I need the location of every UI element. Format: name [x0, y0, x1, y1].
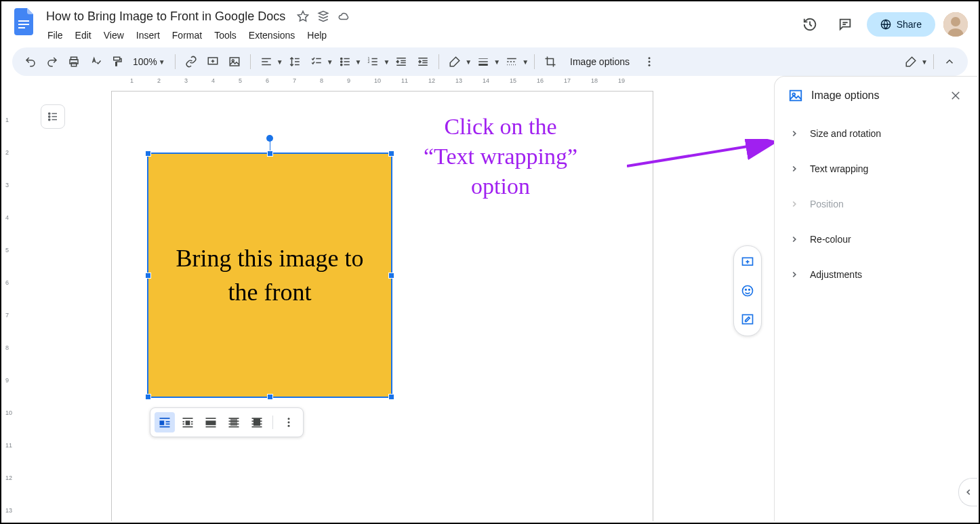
share-button[interactable]: Share — [867, 12, 935, 37]
rotate-handle[interactable] — [266, 135, 273, 142]
decrease-indent-button[interactable] — [391, 52, 411, 72]
resize-handle-br[interactable] — [388, 394, 394, 400]
chevron-down-icon[interactable]: ▼ — [355, 58, 362, 66]
document-canvas[interactable]: 1 2 3 4 5 6 7 8 9 10 11 12 13 14 15 16 1… — [16, 76, 774, 521]
docs-logo-icon[interactable] — [12, 9, 37, 34]
crop-button[interactable] — [540, 52, 560, 72]
wrap-front-button[interactable] — [247, 412, 267, 432]
insert-image-button[interactable] — [224, 52, 245, 72]
chevron-down-icon: ▼ — [159, 58, 165, 66]
wrap-break-button[interactable] — [201, 412, 221, 432]
wrap-inline-button[interactable] — [155, 412, 175, 432]
line-spacing-button[interactable] — [285, 52, 305, 72]
history-icon[interactable] — [796, 11, 823, 38]
resize-handle-mr[interactable] — [388, 273, 394, 279]
menu-file[interactable]: File — [42, 27, 68, 43]
svg-point-23 — [340, 58, 342, 59]
svg-point-87 — [743, 286, 753, 296]
chevron-down-icon[interactable]: ▼ — [277, 58, 283, 66]
menu-help[interactable]: Help — [302, 27, 332, 43]
resize-handle-tm[interactable] — [267, 150, 273, 157]
menu-extensions[interactable]: Extensions — [243, 27, 300, 43]
add-comment-side-button[interactable] — [737, 251, 758, 273]
document-title[interactable]: How to Bring Image to Front in Google Do… — [42, 8, 289, 25]
chevron-right-icon — [790, 199, 799, 209]
checklist-button[interactable] — [306, 52, 327, 72]
more-options-button[interactable] — [639, 52, 659, 72]
svg-rect-72 — [230, 419, 237, 426]
image-icon — [788, 88, 803, 103]
link-button[interactable] — [181, 52, 201, 72]
resize-handle-tl[interactable] — [145, 150, 151, 157]
svg-point-25 — [340, 64, 342, 65]
chevron-down-icon[interactable]: ▼ — [522, 58, 529, 66]
border-weight-button[interactable] — [473, 52, 493, 72]
close-icon[interactable] — [947, 87, 964, 104]
selected-image[interactable]: Bring this image to the front — [147, 153, 392, 398]
resize-handle-tr[interactable] — [388, 150, 394, 157]
add-comment-button[interactable] — [203, 52, 223, 72]
paint-format-button[interactable] — [107, 52, 127, 72]
align-button[interactable] — [256, 52, 277, 72]
menu-insert[interactable]: Insert — [131, 27, 165, 43]
svg-rect-58 — [160, 421, 165, 426]
svg-point-50 — [649, 64, 651, 66]
editing-mode-button[interactable] — [901, 52, 921, 72]
chevron-down-icon[interactable]: ▼ — [383, 58, 390, 66]
chevron-down-icon[interactable]: ▼ — [327, 58, 333, 66]
move-icon[interactable] — [317, 9, 330, 23]
svg-line-85 — [627, 142, 773, 166]
sidebar-item-size-rotation[interactable]: Size and rotation — [780, 116, 972, 151]
sidebar-item-label: Text wrapping — [810, 163, 868, 174]
chevron-down-icon[interactable]: ▼ — [493, 58, 500, 66]
undo-button[interactable] — [20, 52, 41, 72]
chevron-down-icon[interactable]: ▼ — [465, 58, 472, 66]
svg-point-49 — [649, 61, 651, 63]
menu-view[interactable]: View — [98, 27, 129, 43]
svg-rect-90 — [743, 315, 753, 323]
menu-tools[interactable]: Tools — [209, 27, 242, 43]
document-page: Bring this image to the front — [111, 91, 653, 521]
menu-format[interactable]: Format — [167, 27, 207, 43]
resize-handle-bm[interactable] — [267, 394, 273, 400]
sidebar-item-text-wrapping[interactable]: Text wrapping — [780, 151, 972, 186]
svg-rect-81 — [253, 419, 260, 426]
image-options-button[interactable]: Image options — [562, 52, 638, 71]
chevron-right-icon — [790, 235, 799, 244]
sidebar-item-recolour[interactable]: Re-colour — [780, 222, 972, 257]
redo-button[interactable] — [42, 52, 62, 72]
comments-icon[interactable] — [832, 11, 859, 38]
sidebar-item-label: Size and rotation — [810, 128, 881, 139]
annotation-arrow — [627, 139, 774, 173]
border-dash-button[interactable] — [502, 52, 522, 72]
svg-text:2: 2 — [368, 60, 370, 64]
app-header: How to Bring Image to Front in Google Do… — [1, 1, 979, 45]
print-button[interactable] — [64, 52, 84, 72]
bulleted-list-button[interactable] — [335, 52, 355, 72]
document-outline-button[interactable] — [41, 104, 65, 129]
sidebar-item-adjustments[interactable]: Adjustments — [780, 257, 972, 292]
emoji-reaction-button[interactable] — [737, 280, 758, 302]
increase-indent-button[interactable] — [413, 52, 433, 72]
wrap-behind-button[interactable] — [224, 412, 244, 432]
user-avatar[interactable] — [943, 12, 968, 37]
sidebar-item-label: Re-colour — [810, 234, 851, 245]
resize-handle-ml[interactable] — [145, 273, 151, 279]
svg-rect-0 — [18, 20, 29, 22]
cloud-status-icon[interactable] — [337, 9, 350, 23]
wrap-text-button[interactable] — [178, 412, 198, 432]
numbered-list-button[interactable]: 12 — [363, 52, 383, 72]
resize-handle-bl[interactable] — [145, 394, 151, 400]
chevron-down-icon[interactable]: ▼ — [921, 58, 928, 66]
spellcheck-button[interactable] — [85, 52, 106, 72]
menu-edit[interactable]: Edit — [70, 27, 97, 43]
suggest-edits-button[interactable] — [737, 308, 758, 330]
zoom-select[interactable]: 100% ▼ — [129, 54, 169, 70]
sidebar-item-label: Adjustments — [810, 269, 862, 280]
star-icon[interactable] — [296, 9, 310, 23]
wrap-more-button[interactable] — [279, 412, 299, 432]
border-color-button[interactable] — [445, 52, 465, 72]
svg-point-51 — [49, 113, 50, 114]
title-area: How to Bring Image to Front in Google Do… — [42, 7, 796, 45]
collapse-toolbar-button[interactable] — [939, 52, 960, 72]
